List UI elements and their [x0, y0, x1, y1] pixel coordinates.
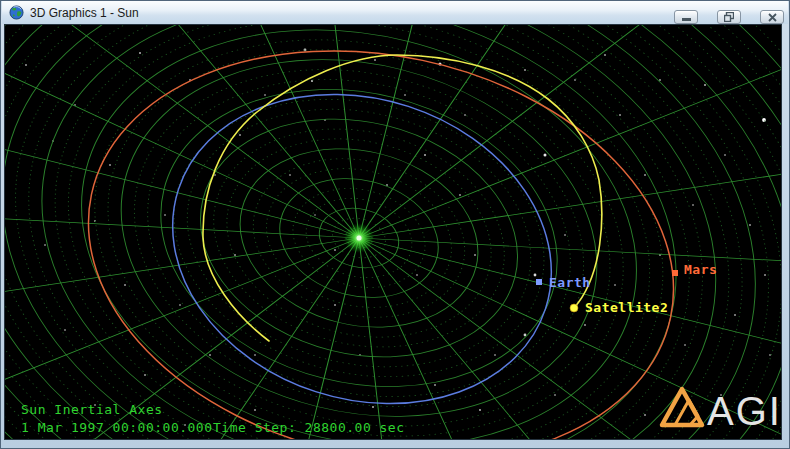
agi-logo-text: AGI [707, 389, 781, 433]
mars-marker[interactable] [672, 270, 678, 276]
scene-canvas: AGI [5, 25, 781, 439]
3d-viewport[interactable]: AGI Earth Satellite2 Mars Sun Inertial A… [5, 25, 781, 439]
axes-frame-text: Sun Inertial Axes [21, 402, 163, 417]
satellite-trajectory-line [203, 55, 602, 341]
minimize-icon [682, 18, 691, 21]
window-controls [674, 10, 784, 24]
restore-icon [724, 12, 734, 22]
mars-orbit-line [50, 25, 712, 439]
satellite-marker[interactable] [570, 304, 578, 312]
earth-label: Earth [549, 275, 591, 290]
restore-button[interactable] [717, 10, 741, 24]
sun-point [357, 236, 362, 241]
time-step-text: Time Step: 28800.00 sec [213, 420, 405, 435]
satellite-label: Satellite2 [585, 300, 668, 315]
minimize-button[interactable] [674, 10, 698, 24]
app-window: 3D Graphics 1 - Sun [0, 0, 790, 449]
close-button[interactable] [760, 10, 784, 24]
earth-marker[interactable] [536, 279, 542, 285]
mars-label: Mars [684, 262, 717, 277]
titlebar[interactable]: 3D Graphics 1 - Sun [2, 1, 788, 24]
polar-grid [5, 25, 781, 439]
window-title: 3D Graphics 1 - Sun [30, 6, 139, 20]
agi-logo-triangle-inner [675, 400, 698, 425]
globe-icon [9, 5, 24, 20]
close-icon [768, 13, 777, 22]
time-text: 1 Mar 1997 00:00:00.000 [21, 420, 213, 435]
